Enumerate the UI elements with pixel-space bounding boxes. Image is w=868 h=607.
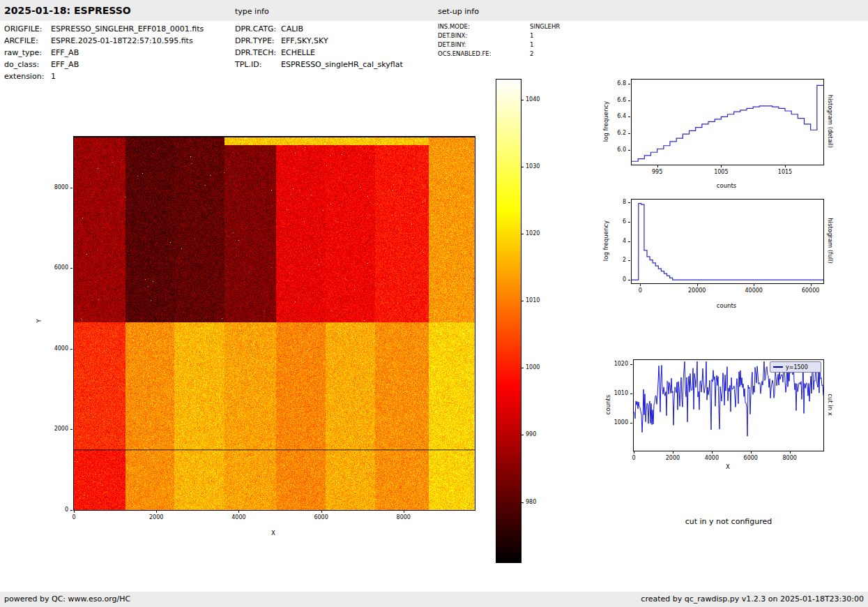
tick-mark: [721, 165, 722, 167]
tick-label: 4000: [54, 345, 68, 352]
type-info-heading: type info: [235, 7, 269, 16]
type-info-label: DPR.TYPE:: [235, 36, 275, 45]
tick-mark: [321, 511, 322, 513]
tick-label: 1005: [714, 169, 728, 176]
footer-right-text: created by qc_rawdisp.py v1.2.3 on 2025-…: [641, 594, 864, 604]
tick-mark: [628, 260, 630, 261]
tick-mark: [712, 451, 713, 454]
cut-right-label: cut in x: [827, 394, 834, 416]
tick-label: 6: [623, 218, 626, 225]
tick-label: 1040: [526, 96, 540, 103]
tick-mark: [70, 510, 73, 511]
tick-mark: [521, 100, 524, 100]
tick-mark: [640, 284, 641, 286]
tick-mark: [811, 284, 812, 286]
tick-label: 0: [623, 276, 626, 283]
tick-mark: [628, 222, 630, 223]
tick-mark: [404, 511, 404, 513]
tick-mark: [238, 511, 239, 513]
tick-label: 0: [639, 287, 642, 294]
tick-label: 1030: [526, 163, 540, 170]
cut-x-axis-label: X: [726, 463, 730, 470]
detector-image-canvas: [73, 136, 475, 511]
tick-mark: [754, 284, 754, 286]
tick-label: 1000: [614, 419, 628, 426]
hist-full-y-axis-label: log frequency: [602, 220, 609, 261]
tick-label: 20000: [688, 287, 706, 294]
tick-mark: [74, 511, 75, 513]
tick-mark: [628, 241, 630, 242]
tick-mark: [628, 84, 630, 84]
tick-mark: [521, 167, 524, 167]
tick-mark: [630, 394, 632, 394]
tick-mark: [521, 368, 524, 368]
tick-mark: [521, 301, 524, 301]
tick-mark: [628, 117, 630, 117]
tick-mark: [521, 234, 524, 234]
tick-mark: [521, 502, 524, 503]
page-title: 2025-01-18: ESPRESSO: [4, 5, 131, 16]
file-info-label: raw_type:: [4, 48, 42, 57]
tick-mark: [70, 188, 73, 188]
tick-mark: [70, 349, 73, 350]
tick-label: 2000: [149, 514, 163, 521]
hist-full-right-label: histogram (full): [827, 218, 834, 264]
cut-y-axis-label: counts: [604, 395, 611, 414]
tick-label: 4: [623, 238, 626, 245]
tick-label: 1015: [778, 169, 792, 176]
file-info-label: extension:: [4, 72, 44, 81]
tick-label: 6000: [744, 455, 758, 462]
tick-label: 8000: [782, 455, 796, 462]
setup-info-value: 1: [530, 32, 533, 39]
setup-info-value: 2: [530, 50, 533, 57]
tick-mark: [751, 451, 752, 454]
tick-mark: [657, 165, 658, 167]
legend-label: y=1500: [786, 364, 808, 370]
file-info-label: do_class:: [4, 60, 39, 69]
setup-info-label: DET.BINY:: [438, 41, 466, 48]
file-info-value: ESPRESSO_SINGLEHR_EFF018_0001.fits: [51, 24, 204, 33]
tick-mark: [628, 280, 630, 280]
tick-label: 2: [623, 257, 626, 264]
tick-label: 60000: [802, 287, 819, 294]
tick-label: 4000: [705, 455, 719, 462]
file-info-label: ARCFILE:: [4, 36, 38, 45]
tick-label: 0: [632, 455, 635, 462]
tick-label: 6.0: [617, 147, 626, 153]
tick-mark: [628, 100, 630, 101]
tick-label: 0: [65, 507, 68, 514]
tick-label: 6.6: [617, 97, 626, 104]
file-info-value: 1: [51, 72, 56, 81]
type-info-value: CALIB: [281, 24, 303, 33]
cut-legend: y=1500: [770, 361, 821, 373]
tick-mark: [628, 150, 630, 151]
tick-mark: [630, 364, 632, 365]
tick-label: 6000: [54, 264, 68, 271]
tick-label: 8: [623, 199, 626, 206]
setup-info-value: 1: [530, 41, 533, 48]
type-info-value: ECHELLE: [281, 48, 315, 57]
setup-info-label: OCS.ENABLED.FE:: [438, 50, 492, 57]
tick-label: 1020: [614, 361, 628, 368]
hist-detail-y-axis-label: log frequency: [602, 101, 609, 142]
histogram-detail-canvas: [631, 79, 824, 165]
tick-mark: [697, 284, 698, 286]
tick-mark: [634, 451, 634, 454]
tick-label: 1010: [526, 297, 540, 304]
tick-label: 1020: [526, 230, 540, 237]
tick-label: 6.4: [617, 113, 626, 120]
tick-mark: [785, 165, 786, 167]
tick-label: 0: [72, 514, 75, 521]
legend-line-sample-icon: [773, 366, 783, 368]
tick-label: 980: [526, 499, 536, 506]
tick-mark: [628, 133, 630, 134]
histogram-full-canvas: [631, 199, 824, 284]
footer-left-text: powered by QC: www.eso.org/HC: [4, 594, 130, 604]
tick-mark: [156, 511, 157, 513]
hist-full-x-axis-label: counts: [717, 302, 736, 309]
file-info-value: ESPRE.2025-01-18T22:57:10.595.fits: [51, 36, 193, 45]
tick-mark: [628, 202, 630, 203]
tick-label: 40000: [745, 287, 762, 294]
tick-label: 4000: [231, 514, 245, 521]
hist-detail-right-label: histogram (detail): [827, 95, 834, 148]
